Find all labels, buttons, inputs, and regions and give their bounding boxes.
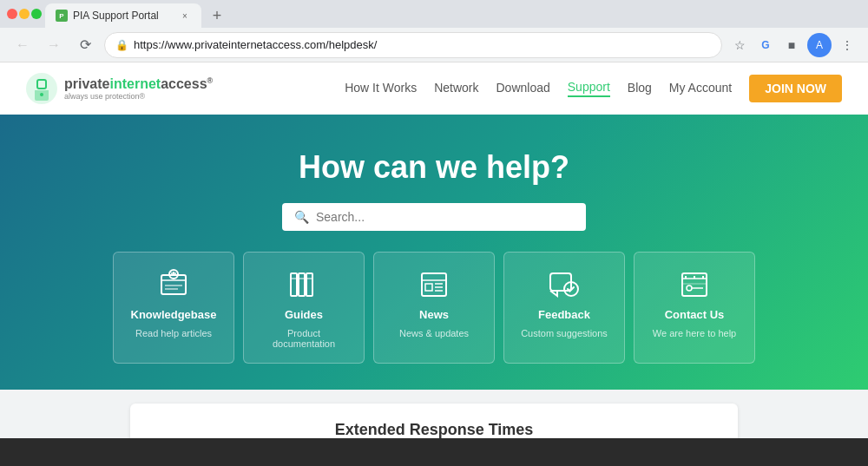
title-bar: P PIA Support Portal × + xyxy=(0,0,868,28)
nav-links: How It Works Network Download Support Bl… xyxy=(345,75,842,102)
search-icon: 🔍 xyxy=(294,210,309,224)
hero-section: How can we help? 🔍 Knowledgebase Read xyxy=(0,115,868,390)
feedback-desc: Custom suggestions xyxy=(521,328,608,338)
tab-favicon: P xyxy=(56,10,68,22)
knowledgebase-icon xyxy=(156,266,191,301)
news-label: News xyxy=(419,308,449,321)
reload-button[interactable]: ⟳ xyxy=(73,33,97,57)
address-right-controls: ☆ G ■ A ⋮ xyxy=(729,33,858,57)
url-bar[interactable]: 🔒 https://www.privateinternetaccess.com/… xyxy=(104,32,722,58)
search-input[interactable] xyxy=(316,210,574,224)
svg-point-2 xyxy=(40,93,43,96)
forward-button[interactable]: → xyxy=(42,33,66,57)
knowledgebase-desc: Read help articles xyxy=(135,328,212,338)
menu-icon[interactable]: ⋮ xyxy=(837,35,858,56)
feedback-label: Feedback xyxy=(538,308,590,321)
news-icon xyxy=(417,266,451,301)
profile-icon[interactable]: A xyxy=(807,33,832,57)
nav-blog[interactable]: Blog xyxy=(628,81,652,96)
hero-title: How can we help? xyxy=(299,149,569,186)
category-contact[interactable]: Contact Us We are here to help xyxy=(634,252,755,364)
svg-point-27 xyxy=(687,286,692,291)
tab-title: PIA Support Portal xyxy=(73,10,174,22)
address-bar: ← → ⟳ 🔒 https://www.privateinternetacces… xyxy=(0,28,868,62)
browser-tab[interactable]: P PIA Support Portal × xyxy=(45,3,201,28)
categories-grid: Knowledgebase Read help articles Guides … xyxy=(113,252,755,364)
nav-my-account[interactable]: My Account xyxy=(669,81,732,96)
svg-rect-10 xyxy=(291,273,297,296)
tab-bar: P PIA Support Portal × + xyxy=(45,0,861,28)
category-guides[interactable]: Guides Product documentation xyxy=(243,252,365,364)
tab-close-button[interactable]: × xyxy=(179,10,191,22)
logo-brand: privateinternetaccess® xyxy=(64,76,213,92)
ssl-lock-icon: 🔒 xyxy=(115,39,128,51)
window-close-button[interactable] xyxy=(7,9,17,19)
join-now-button[interactable]: JOIN NOW xyxy=(749,75,842,102)
contact-label: Contact Us xyxy=(665,308,725,321)
site-header: privateinternetaccess® always use protec… xyxy=(0,62,868,115)
contact-icon xyxy=(677,266,712,301)
window-controls xyxy=(7,9,42,19)
new-tab-button[interactable]: + xyxy=(205,3,229,28)
nav-how-it-works[interactable]: How It Works xyxy=(345,81,417,96)
browser-chrome: P PIA Support Portal × + ← → ⟳ 🔒 https:/… xyxy=(0,0,868,62)
notice-box: Extended Response Times We are currently… xyxy=(130,404,738,438)
logo-icon xyxy=(26,73,57,104)
contact-desc: We are here to help xyxy=(653,328,736,338)
nav-network[interactable]: Network xyxy=(434,81,478,96)
feedback-icon xyxy=(547,266,582,301)
url-text: https://www.privateinternetaccess.com/he… xyxy=(134,38,711,51)
window-maximize-button[interactable] xyxy=(31,9,42,19)
notice-area: Extended Response Times We are currently… xyxy=(0,390,868,438)
category-knowledgebase[interactable]: Knowledgebase Read help articles xyxy=(113,252,234,364)
guides-icon xyxy=(286,266,321,301)
svg-rect-12 xyxy=(306,273,312,296)
chrome-icon[interactable]: G xyxy=(755,35,776,56)
svg-rect-18 xyxy=(425,284,432,291)
bookmark-icon[interactable]: ☆ xyxy=(729,35,750,56)
category-news[interactable]: News News & updates xyxy=(373,252,495,364)
window-minimize-button[interactable] xyxy=(19,9,30,19)
notice-title: Extended Response Times xyxy=(156,421,712,438)
knowledgebase-label: Knowledgebase xyxy=(131,308,217,321)
category-feedback[interactable]: Feedback Custom suggestions xyxy=(503,252,625,364)
guides-desc: Product documentation xyxy=(256,328,352,349)
logo-tagline: always use protection® xyxy=(64,92,213,101)
logo-text: privateinternetaccess® always use protec… xyxy=(64,76,213,101)
extensions-icon[interactable]: ■ xyxy=(781,35,802,56)
logo-area: privateinternetaccess® always use protec… xyxy=(26,73,213,104)
search-bar: 🔍 xyxy=(282,203,586,231)
nav-download[interactable]: Download xyxy=(496,81,550,96)
website-content: privateinternetaccess® always use protec… xyxy=(0,62,868,438)
news-desc: News & updates xyxy=(399,328,469,338)
nav-support[interactable]: Support xyxy=(568,80,610,97)
back-button[interactable]: ← xyxy=(10,33,35,57)
guides-label: Guides xyxy=(285,308,323,321)
svg-rect-11 xyxy=(299,273,305,296)
